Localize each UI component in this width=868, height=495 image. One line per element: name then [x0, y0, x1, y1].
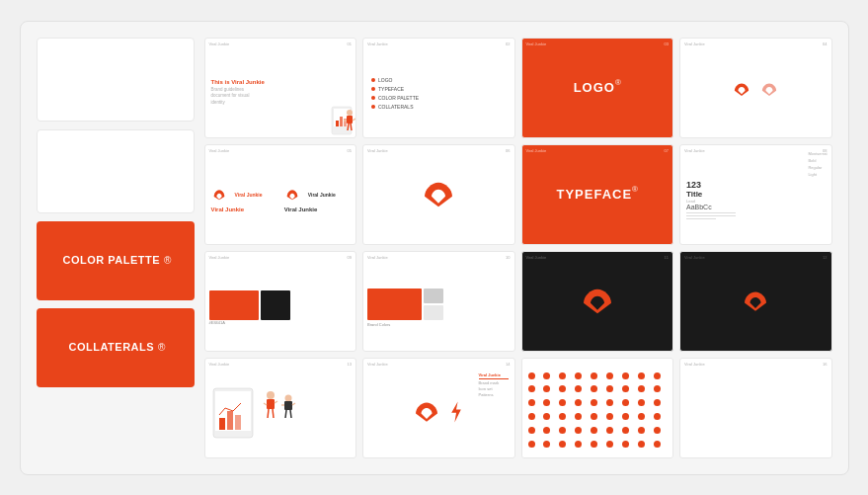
slide-header-cp: Viral Junkie 09	[209, 255, 353, 260]
slide-typeface-cover: Viral Junkie 07 TYPEFACE ®	[521, 144, 674, 245]
slide-dark-logo-alt: Viral Junkie 12	[679, 251, 832, 352]
svg-line-26	[285, 410, 286, 418]
icon-logo-small	[413, 401, 440, 423]
slide-header-1: Viral Junkie 01	[209, 41, 353, 46]
slide-header-cd: Viral Junkie 10	[367, 255, 511, 260]
slide-header-tc: Viral Junkie 07	[526, 148, 670, 153]
color-hex-label: #E8441A	[209, 320, 353, 325]
slide-collaterals-mockup: Viral Junkie 13	[204, 358, 357, 458]
intro-body-text: Brand guidelines document for visual ide…	[211, 87, 265, 106]
typeface-cover-text: TYPEFACE	[556, 187, 632, 202]
slide-header-da: Viral Junkie 12	[684, 255, 828, 260]
typeface-right-labels: Montserrat Bold Regular Light	[808, 151, 827, 177]
brand-guide-container: COLOR PALETTE ® COLLATERALS ® Viral Junk…	[20, 21, 849, 475]
collaterals-section-card: COLLATERALS ®	[37, 308, 195, 387]
slide-logo-variants: Viral Junkie 04	[679, 38, 832, 138]
slide-header-ls: Viral Junkie 06	[367, 148, 511, 153]
color-palette-label: COLOR PALETTE	[59, 249, 165, 271]
svg-line-21	[273, 409, 274, 418]
slide-header-v: Viral Junkie 04	[684, 41, 828, 46]
svg-line-19	[275, 401, 277, 403]
svg-rect-4	[344, 119, 347, 126]
swatch-gray-1	[424, 289, 443, 303]
svg-rect-17	[267, 399, 275, 409]
icon-lightning	[448, 400, 464, 424]
color-block-dark	[261, 290, 290, 320]
swatch-gray-2	[424, 305, 443, 320]
toc-item-collaterals: COLLATERALS	[371, 104, 419, 110]
swatch-orange-large	[367, 289, 422, 320]
logo-orange-icon	[731, 80, 752, 96]
logo-symbol-large	[421, 181, 456, 208]
intro-figure	[322, 99, 352, 133]
collaterals-figure	[211, 383, 300, 443]
brand-variant-1: Viral Junkie	[211, 189, 276, 201]
svg-point-22	[284, 394, 291, 401]
slide-header-logo: Viral Junkie 03	[526, 41, 670, 46]
toc-item-color: COLOR PALETTE	[371, 95, 419, 101]
brand-variant-4: Viral Junkie	[284, 206, 350, 212]
slide-intro: Viral Junkie 01 This is Viral Junkie Bra…	[204, 38, 357, 138]
slides-grid: Viral Junkie 01 This is Viral Junkie Bra…	[204, 38, 832, 458]
toc-item-typeface: TYPEFACE	[371, 86, 419, 92]
slide-header-toc: Viral Junkie 02	[367, 41, 511, 46]
collaterals-label: COLLATERALS	[65, 336, 159, 358]
brand-variant-3: Viral Junkie	[211, 206, 276, 212]
svg-point-5	[347, 110, 353, 116]
intro-title: This is Viral Junkie	[211, 79, 299, 85]
svg-rect-3	[340, 117, 343, 126]
svg-rect-23	[284, 401, 292, 410]
slide-logo-cover: Viral Junkie 03 LOGO ®	[521, 38, 674, 138]
logo-on-dark	[580, 288, 615, 315]
slide-header-bv: Viral Junkie 05	[209, 148, 353, 153]
color-blocks	[209, 290, 353, 320]
slide-brand-variants: Viral Junkie 05 Viral Junkie	[204, 144, 357, 245]
svg-line-20	[268, 409, 269, 418]
slide-dark-logo: Viral Junkie 11	[521, 251, 674, 352]
slide-color-preview: Viral Junkie 09 #E8441A	[204, 251, 357, 352]
slide-header-dl: Viral Junkie 11	[526, 255, 670, 260]
pattern-grid	[522, 359, 673, 457]
slide-header-end: Viral Junkie 16	[684, 362, 828, 367]
slide-header-ic: Viral Junkie 14	[367, 362, 511, 367]
svg-line-18	[264, 403, 267, 405]
svg-rect-6	[347, 116, 353, 124]
typeface-title: Title	[686, 190, 702, 199]
svg-line-9	[348, 124, 349, 130]
svg-line-8	[353, 119, 355, 121]
slide-header-cm: Viral Junkie 13	[209, 362, 353, 367]
typeface-abc: AaBbCc	[686, 204, 826, 210]
toc-item-logo: LOGO	[371, 77, 419, 83]
slide-typeface-detail: Viral Junkie 08 123 Title Lead AaBbCc	[679, 144, 832, 245]
slide-icons: Viral Junkie 14 Viral Junkie Brand mark …	[362, 358, 515, 458]
slide-pattern: Viral Junkie 15	[521, 358, 674, 458]
svg-line-10	[351, 124, 352, 130]
logo-variants-row	[731, 80, 780, 96]
color-palette-section-card: COLOR PALETTE ®	[37, 221, 195, 300]
section-spacer-1	[37, 38, 195, 122]
logo-pink-icon	[758, 80, 780, 96]
svg-point-16	[267, 391, 275, 399]
svg-line-27	[290, 410, 291, 418]
color-detail-label: Brand Colors	[367, 322, 511, 327]
logo-cover-text: LOGO	[574, 80, 615, 95]
slide-logo-symbol: Viral Junkie 06	[362, 144, 515, 245]
svg-line-25	[292, 403, 295, 405]
svg-rect-2	[336, 121, 339, 126]
svg-rect-13	[219, 418, 225, 430]
svg-rect-15	[235, 415, 241, 430]
slide-end: Viral Junkie 16	[679, 358, 832, 458]
slide-header-pt: Viral Junkie 15	[526, 362, 670, 367]
typeface-numbers: 123	[686, 180, 826, 190]
svg-rect-14	[227, 411, 233, 430]
logo-on-dark-alt	[741, 290, 770, 312]
slide-color-detail: Viral Junkie 10 Brand Colors	[362, 251, 515, 352]
brand-variant-2: Viral Junkie	[284, 189, 350, 201]
color-block-primary	[209, 290, 259, 320]
section-cards-column: COLOR PALETTE ® COLLATERALS ®	[37, 38, 195, 458]
section-spacer-2	[37, 129, 195, 213]
slide-toc: Viral Junkie 02 LOGO TYPEFACE COLOR PALE…	[362, 38, 515, 138]
slide-header-td: Viral Junkie 08	[684, 148, 828, 153]
